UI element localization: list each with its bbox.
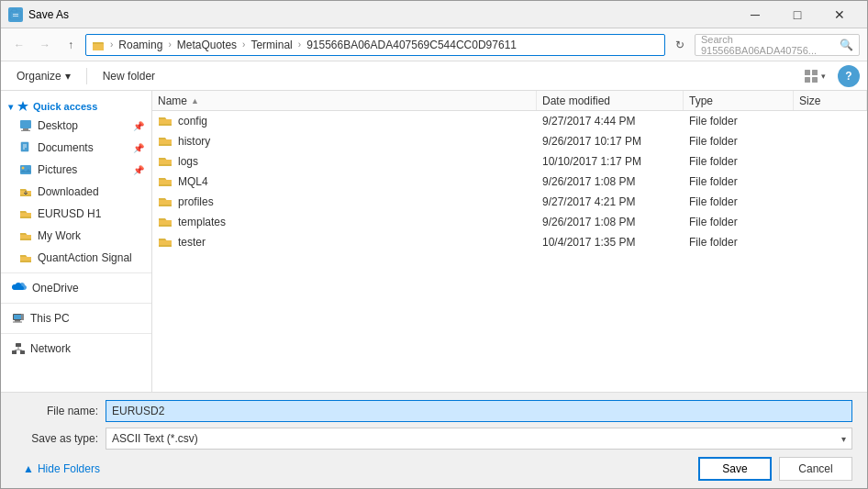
downloaded-folder-icon (19, 185, 32, 198)
folder-icon (158, 195, 172, 208)
help-button[interactable]: ? (838, 65, 860, 87)
file-row[interactable]: logs 10/10/2017 1:17 PM File folder (152, 151, 867, 172)
maximize-button[interactable]: □ (777, 6, 818, 24)
sidebar-item-thispc[interactable]: This PC (1, 307, 151, 329)
hide-folders-label: Hide Folders (38, 462, 100, 475)
file-date-cell: 9/26/2017 1:08 PM (537, 216, 684, 228)
path-terminal[interactable]: Terminal (250, 39, 292, 51)
path-roaming[interactable]: Roaming (118, 39, 162, 51)
sidebar-item-pictures[interactable]: Pictures 📌 (1, 159, 151, 181)
main-content: ▾ Quick access Desktop 📌 (1, 91, 867, 392)
action-buttons: Save Cancel (698, 457, 852, 481)
file-row[interactable]: MQL4 9/26/2017 1:08 PM File folder (152, 172, 867, 192)
svg-rect-30 (20, 350, 25, 354)
svg-rect-6 (805, 70, 810, 75)
filename-label: File name: (16, 405, 98, 417)
col-header-type[interactable]: Type (684, 91, 794, 110)
file-date-cell: 10/10/2017 1:17 PM (537, 155, 684, 168)
search-icon: 🔍 (840, 39, 853, 51)
savetype-arrow: ▾ (841, 434, 846, 444)
dialog-icon (8, 7, 23, 22)
refresh-button[interactable]: ↻ (669, 34, 691, 56)
close-button[interactable]: ✕ (819, 6, 860, 24)
search-box[interactable]: Search 915566BA06ADA40756... 🔍 (695, 34, 860, 56)
svg-rect-8 (805, 77, 810, 83)
pictures-icon (19, 163, 32, 176)
pin-icon-documents: 📌 (133, 143, 144, 153)
savetype-row: Save as type: ASCII Text (*.csv) ▾ (16, 428, 852, 450)
folder-icon (158, 175, 172, 188)
sidebar-item-mywork[interactable]: My Work (1, 225, 151, 247)
file-row[interactable]: tester 10/4/2017 1:35 PM File folder (152, 232, 867, 252)
file-row[interactable]: config 9/27/2017 4:44 PM File folder (152, 111, 867, 131)
folder-icon (158, 236, 172, 249)
svg-rect-26 (21, 314, 24, 320)
pin-icon-desktop: 📌 (133, 121, 144, 131)
path-guid[interactable]: 915566BA06ADA407569C544CC0D97611 (306, 39, 517, 51)
col-header-size[interactable]: Size (794, 91, 867, 110)
network-icon (12, 342, 25, 355)
file-name-cell: templates (152, 216, 537, 228)
sidebar-item-eurusd[interactable]: EURUSD H1 (1, 203, 151, 225)
svg-rect-7 (812, 70, 818, 75)
col-sort-arrow: ▲ (191, 96, 199, 106)
svg-rect-12 (23, 128, 28, 130)
window-controls: ─ □ ✕ (735, 6, 860, 24)
svg-rect-3 (13, 16, 18, 17)
view-button[interactable]: ▾ (800, 65, 830, 87)
svg-rect-24 (15, 320, 20, 322)
sidebar-item-documents[interactable]: Documents 📌 (1, 137, 151, 159)
path-icon (92, 39, 105, 51)
new-folder-label: New folder (103, 70, 155, 83)
address-path[interactable]: › Roaming › MetaQuotes › Terminal › 9155… (85, 34, 665, 56)
forward-button[interactable]: → (34, 34, 56, 56)
sidebar-item-network[interactable]: Network (1, 338, 151, 360)
organize-label: Organize (17, 70, 61, 83)
file-type-cell: File folder (684, 155, 794, 168)
sidebar-item-downloaded[interactable]: Downloaded (1, 181, 151, 203)
bottom-section: File name: Save as type: ASCII Text (*.c… (1, 392, 867, 488)
svg-rect-0 (10, 11, 21, 19)
path-arrow-3: › (242, 39, 245, 50)
quick-access-star-icon (17, 100, 29, 113)
filename-input[interactable] (106, 400, 852, 422)
minimize-button[interactable]: ─ (735, 6, 775, 24)
file-name-cell: history (152, 135, 537, 148)
eurusd-folder-icon (19, 207, 32, 220)
organize-button[interactable]: Organize ▾ (8, 65, 79, 87)
col-size-label: Size (799, 94, 820, 107)
sidebar-label-quantaction: QuantAction Signal (38, 251, 132, 264)
svg-rect-27 (22, 316, 23, 317)
sidebar-item-onedrive[interactable]: OneDrive (1, 277, 151, 299)
file-type-cell: File folder (684, 135, 794, 148)
file-row[interactable]: profiles 9/27/2017 4:21 PM File folder (152, 192, 867, 212)
toolbar: Organize ▾ New folder ▾ ? (1, 61, 867, 91)
sidebar-label-mywork: My Work (38, 229, 81, 242)
save-button[interactable]: Save (698, 457, 772, 481)
save-as-dialog: Save As ─ □ ✕ ← → ↑ › Roaming › MetaQuot… (0, 0, 868, 489)
path-metaquotes[interactable]: MetaQuotes (177, 39, 237, 51)
sidebar: ▾ Quick access Desktop 📌 (1, 91, 152, 392)
folder-icon (158, 155, 172, 168)
sidebar-item-desktop[interactable]: Desktop 📌 (1, 115, 151, 137)
file-row[interactable]: templates 9/26/2017 1:08 PM File folder (152, 212, 867, 232)
new-folder-button[interactable]: New folder (95, 65, 163, 87)
organize-arrow: ▾ (65, 70, 71, 83)
sidebar-divider-3 (1, 333, 151, 334)
sidebar-item-quantaction[interactable]: QuantAction Signal (1, 247, 151, 269)
thispc-icon (12, 312, 25, 325)
cancel-button[interactable]: Cancel (779, 457, 852, 481)
back-button[interactable]: ← (8, 34, 30, 56)
sidebar-label-network: Network (30, 342, 71, 355)
up-button[interactable]: ↑ (60, 34, 82, 56)
svg-rect-5 (93, 42, 97, 44)
sidebar-label-downloaded: Downloaded (38, 185, 99, 198)
col-header-date[interactable]: Date modified (537, 91, 684, 110)
savetype-select[interactable]: ASCII Text (*.csv) ▾ (106, 428, 852, 450)
address-bar: ← → ↑ › Roaming › MetaQuotes › Terminal … (1, 28, 867, 61)
file-name-cell: tester (152, 236, 537, 249)
quick-access-header[interactable]: ▾ Quick access (1, 94, 151, 115)
file-row[interactable]: history 9/26/2017 10:17 PM File folder (152, 131, 867, 151)
hide-folders-button[interactable]: ▲ Hide Folders (16, 459, 107, 479)
col-header-name[interactable]: Name ▲ (152, 91, 537, 110)
